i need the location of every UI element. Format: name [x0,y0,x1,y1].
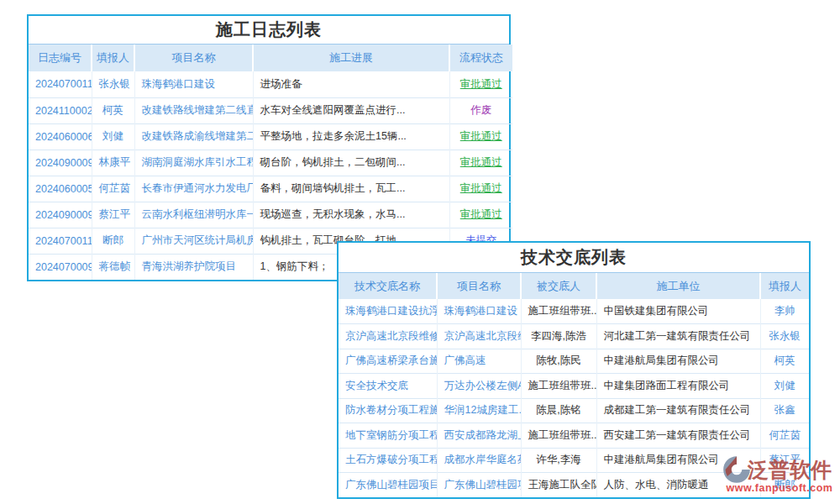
log-reporter-link[interactable]: 柯英 [92,97,134,123]
fanpu-url-text: www.fanpusoft.com [721,482,838,494]
log-id-link[interactable]: 2024070011 [29,71,92,97]
disc-project-link[interactable]: 西安成都路龙湖上... [437,423,521,449]
log-col-project: 项目名称 [134,45,253,71]
disclosure-row[interactable]: 安全技术交底 万达办公楼左侧A... 施工班组带班... 中建集团路面工程有限公… [339,374,809,399]
disc-unit-cell: 河北建工第一建筑有限责任公司 [596,324,760,349]
disc-unit-cell: 中建集团路面工程有限公司 [596,374,760,399]
disclosure-row[interactable]: 防水卷材分项工程施... 华润12城房建工... 陈晨,陈铭 成都建工第一建筑有… [339,398,809,423]
log-id-link[interactable]: 2024090009 [29,150,92,176]
disc-project-link[interactable]: 万达办公楼左侧A... [437,374,521,399]
disc-reporter-link[interactable]: 何芷茵 [760,423,809,449]
log-reporter-link[interactable]: 何芷茵 [92,176,134,202]
disc-col-project: 项目名称 [437,273,521,299]
log-progress-cell: 砌台阶，钩机排土，二包砌间... [253,150,449,176]
disc-project-link[interactable]: 成都水岸华庭名苑... [437,448,521,473]
log-id-link[interactable]: 2024060005 [29,176,92,202]
log-id-link[interactable]: 2024110002 [29,97,92,123]
log-id-link[interactable]: 2024070011 [29,228,92,254]
log-project-link[interactable]: 广州市天河区统计局机房... [134,228,253,254]
log-row[interactable]: 2024110002 柯英 改建铁路线增建第二线直... 水车对全线遮阳网覆盖点… [29,97,512,123]
disc-reporter-link[interactable]: 李帅 [760,299,809,324]
disclosure-table-title: 技术交底列表 [339,243,809,273]
disc-name-link[interactable]: 土石方爆破分项工程... [339,448,437,473]
log-project-link[interactable]: 改建铁路成渝线增建第二... [134,123,253,150]
disc-receiver-cell: 施工班组带班... [521,299,596,324]
log-project-link[interactable]: 珠海鹤港口建设 [134,71,253,97]
log-row[interactable]: 2024060005 何芷茵 长春市伊通河水力发电厂... 备料，砌间墙钩机排土… [29,176,512,202]
log-reporter-link[interactable]: 林康平 [92,150,134,176]
log-progress-cell: 平整场地，拉走多余泥土15辆... [253,123,449,150]
disc-name-link[interactable]: 京沪高速北京段维修... [339,324,437,349]
disclosure-row[interactable]: 地下室钢筋分项工程... 西安成都路龙湖上... 施工班组带班... 西安建工第… [339,423,809,449]
disc-name-link[interactable]: 广佛高速桥梁承台施... [339,349,437,374]
disc-unit-cell: 成都建工第一建筑有限责任公司 [596,398,760,423]
log-status-link[interactable]: 审批通过 [449,150,512,176]
disc-project-link[interactable]: 华润12城房建工... [437,398,521,423]
log-status-link[interactable]: 审批通过 [449,123,512,150]
disc-name-link[interactable]: 安全技术交底 [339,374,437,399]
log-project-link[interactable]: 长春市伊通河水力发电厂... [134,176,253,202]
log-reporter-link[interactable]: 张永银 [92,71,134,97]
log-col-reporter: 填报人 [92,45,134,71]
log-row[interactable]: 2024060006 刘健 改建铁路成渝线增建第二... 平整场地，拉走多余泥土… [29,123,512,150]
log-id-link[interactable]: 2024060006 [29,123,92,150]
disc-receiver-cell: 王海施工队全队 [521,473,596,498]
log-project-link[interactable]: 湖南洞庭湖水库引水工程... [134,150,253,176]
disc-project-link[interactable]: 广佛高速 [437,349,521,374]
log-col-status: 流程状态 [449,45,512,71]
log-id-link[interactable]: 2024090009 [29,202,92,228]
log-header-row: 日志编号 填报人 项目名称 施工进展 流程状态 [29,45,512,71]
log-row[interactable]: 2024090009 林康平 湖南洞庭湖水库引水工程... 砌台阶，钩机排土，二… [29,150,512,176]
log-row[interactable]: 2024090009 蔡江平 云南水利枢纽潜明水库一... 现场巡查，无积水现象… [29,202,512,228]
log-reporter-link[interactable]: 刘健 [92,123,134,150]
log-row[interactable]: 2024070011 张永银 珠海鹤港口建设 进场准备 审批通过 [29,71,512,97]
disc-name-link[interactable]: 防水卷材分项工程施... [339,398,437,423]
disc-reporter-link[interactable]: 张永银 [760,324,809,349]
log-status-link[interactable]: 审批通过 [449,176,512,202]
disclosure-row[interactable]: 珠海鹤港口建设抗浮... 珠海鹤港口建设 施工班组带班... 中国铁建集团有限公… [339,299,809,324]
disc-receiver-cell: 施工班组带班... [521,423,596,449]
log-project-link[interactable]: 改建铁路线增建第二线直... [134,97,253,123]
disc-col-unit: 施工单位 [596,273,760,299]
fanpu-watermark: 泛普软件 www.fanpusoft.com [721,454,838,494]
disc-unit-cell: 西安建工第一建筑有限责任公司 [596,423,760,449]
disc-receiver-cell: 李四海,陈浩 [521,324,596,349]
disclosure-row[interactable]: 广佛高速桥梁承台施... 广佛高速 陈牧,陈民 中建港航局集团有限公司 柯英 [339,349,809,374]
disc-unit-cell: 中建港航局集团有限公司 [596,349,760,374]
disc-unit-cell: 中国铁建集团有限公司 [596,299,760,324]
disc-receiver-cell: 陈牧,陈民 [521,349,596,374]
log-progress-cell: 进场准备 [253,71,449,97]
log-id-link[interactable]: 2024070009 [29,254,92,280]
disc-reporter-link[interactable]: 张鑫 [760,398,809,423]
log-progress-cell: 水车对全线遮阳网覆盖点进行... [253,97,449,123]
disc-name-link[interactable]: 广东佛山碧桂园项目... [339,473,437,498]
log-table-title: 施工日志列表 [29,16,509,45]
log-progress-cell: 备料，砌间墙钩机排土，瓦工... [253,176,449,202]
log-project-link[interactable]: 青海洪湖养护院项目 [134,254,253,280]
disc-project-link[interactable]: 珠海鹤港口建设 [437,299,521,324]
disc-project-link[interactable]: 京沪高速北京段维修 [437,324,521,349]
disclosure-row[interactable]: 京沪高速北京段维修... 京沪高速北京段维修 李四海,陈浩 河北建工第一建筑有限… [339,324,809,349]
log-status-link[interactable]: 作废 [449,97,512,123]
log-progress-cell: 现场巡查，无积水现象，水马... [253,202,449,228]
disc-name-link[interactable]: 地下室钢筋分项工程... [339,423,437,449]
disc-receiver-cell: 施工班组带班... [521,374,596,399]
disc-reporter-link[interactable]: 刘健 [760,374,809,399]
log-reporter-link[interactable]: 蔡江平 [92,202,134,228]
disc-project-link[interactable]: 广东佛山碧桂园项目 [437,473,521,498]
disc-reporter-link[interactable]: 柯英 [760,349,809,374]
log-col-progress: 施工进展 [253,45,449,71]
disc-name-link[interactable]: 珠海鹤港口建设抗浮... [339,299,437,324]
disc-col-name: 技术交底名称 [339,273,437,299]
log-project-link[interactable]: 云南水利枢纽潜明水库一... [134,202,253,228]
disc-receiver-cell: 许华,李海 [521,448,596,473]
log-reporter-link[interactable]: 蒋德帧 [92,254,134,280]
log-status-link[interactable]: 审批通过 [449,202,512,228]
log-reporter-link[interactable]: 断郎 [92,228,134,254]
log-col-id: 日志编号 [29,45,92,71]
disc-receiver-cell: 陈晨,陈铭 [521,398,596,423]
disc-col-reporter: 填报人 [760,273,809,299]
fanpu-brand-text: 泛普软件 [748,456,832,484]
log-status-link[interactable]: 审批通过 [449,71,512,97]
disc-col-receiver: 被交底人 [521,273,596,299]
